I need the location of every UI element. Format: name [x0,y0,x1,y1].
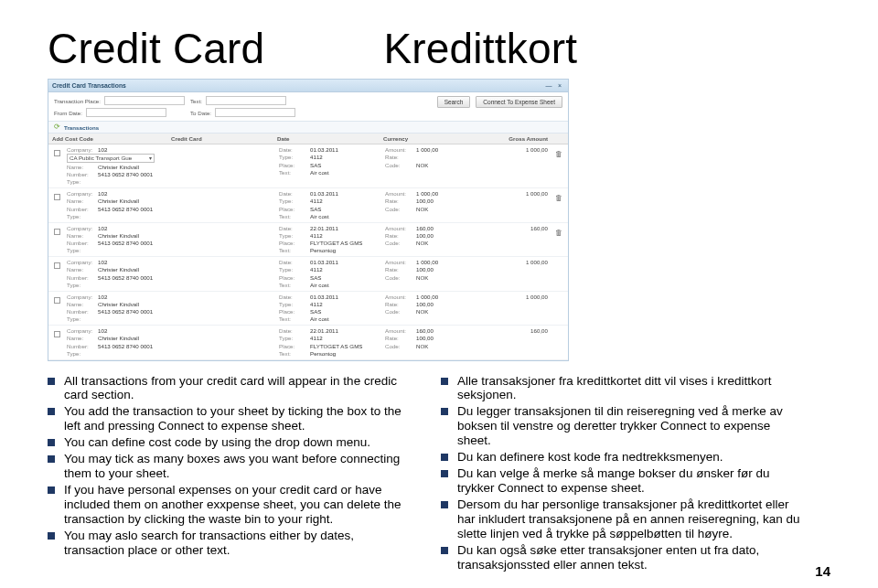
kv-rate: Rate:100,00 [385,301,487,308]
from-date-input[interactable] [86,108,166,117]
bullet-item: You can define cost code by using the dr… [48,435,413,450]
kv-text: Text:Air cost [279,315,381,323]
cost-code-dropdown[interactable]: CA Public Transport Gue▾ [67,154,155,163]
kv-text: Text:Persontog [279,247,381,254]
transaction-list: Company:102CA Public Transport Gue▾Name:… [48,144,568,360]
kv-amount: Amount:1 000,00 [385,146,487,154]
trash-icon[interactable]: 🗑 [553,146,564,186]
kv-type_cc: Type:4112 [279,198,381,205]
titlebar: Credit Card Transactions — × [48,80,568,92]
kv-code: Code:NOK [385,240,487,247]
kv-amount: Amount:1 000,00 [385,190,487,198]
bullet-item: You add the transaction to your sheet by… [48,404,413,433]
bullet-item: You may tick as many boxes aws you want … [48,452,413,481]
add-checkbox[interactable] [54,297,60,304]
trash-icon[interactable]: 🗑 [553,225,564,255]
kv-code: Code:NOK [385,308,487,315]
kv-type_cc: Type:4112 [279,335,381,342]
table-row: Company:102Name:Christer KindvallNumber:… [48,223,568,258]
add-checkbox[interactable] [54,262,60,269]
to-date-input[interactable] [215,108,295,117]
add-checkbox[interactable] [54,150,60,156]
kv-rate: Rate:100,00 [385,335,487,342]
kv-amount: Amount:1 000,00 [385,259,487,266]
gross-amount: 1 000,00 [489,294,553,324]
table-row: Company:102Name:Christer KindvallNumber:… [48,326,568,360]
kv-name: Name:Christer Kindvall [67,198,169,205]
table-row: Company:102Name:Christer KindvallNumber:… [48,292,568,326]
kv-name: Name:Christer Kindvall [67,335,169,342]
kv-type_cost: Type: [67,178,169,186]
trash-icon[interactable]: 🗑 [553,190,564,220]
tab-transactions[interactable]: Transactions [64,124,99,131]
kv-date: Date:22.01.2011 [279,327,381,335]
bullet-item: Dersom du har personlige transaksjoner p… [441,497,807,541]
app-window: Credit Card Transactions — × Transaction… [48,79,569,361]
place-label: Transaction Place: [54,98,101,104]
kv-number: Number:5413 0652 8740 0001 [67,171,169,178]
kv-date: Date:01.03.2011 [279,190,381,198]
kv-date: Date:22.01.2011 [279,225,381,232]
kv-name: Name:Christer Kindvall [67,232,169,240]
kv-text: Text:Air cost [279,213,381,220]
text-label: Text: [190,98,202,104]
search-button[interactable]: Search [437,96,471,108]
page-number: 14 [815,563,830,579]
page-title-no: Kredittkort [383,24,577,73]
bullet-item: Du kan definere kost kode fra nedtrekksm… [441,450,807,465]
place-input[interactable] [104,96,185,105]
bullet-item: You may aslo search for transactions eit… [48,529,413,558]
header-cur: Currency [383,135,489,142]
page-title-en: Credit Card [48,24,264,73]
kv-date: Date:01.03.2011 [279,294,381,301]
table-headers: Add Cost Code Credit Card Date Currency … [48,134,568,144]
trash-icon [553,327,564,358]
text-input[interactable] [206,96,286,105]
kv-number: Number:5413 0652 8740 0001 [67,343,169,350]
bullet-item: If you have personal expenses on your cr… [48,483,413,527]
bullet-item: Alle transaksjoner fra kredittkortet dit… [441,374,807,403]
kv-rate: Rate:100,00 [385,232,487,240]
kv-amount: Amount:160,00 [385,225,487,232]
close-icon[interactable]: × [555,81,564,90]
kv-place: Place:SAS [279,206,381,213]
bullet-item: Du legger transaksjonen til din reisereg… [441,404,807,448]
kv-place: Place:SAS [279,308,381,315]
kv-number: Number:5413 0652 8740 0001 [67,274,169,282]
connect-button[interactable]: Connect To Expense Sheet [476,96,562,108]
kv-type_cost: Type: [67,247,169,254]
kv-type_cc: Type:4112 [279,301,381,308]
kv-text: Text:Air cost [279,282,381,289]
kv-date: Date:01.03.2011 [279,259,381,266]
kv-number: Number:5413 0652 8740 0001 [67,206,169,213]
kv-company: Company:102 [67,327,169,335]
gross-amount: 160,00 [489,327,553,358]
kv-text: Text:Persontog [279,350,381,358]
kv-amount: Amount:1 000,00 [385,294,487,301]
kv-amount: Amount:160,00 [385,327,487,335]
kv-type_cc: Type:4112 [279,232,381,240]
add-checkbox[interactable] [54,229,60,235]
table-row: Company:102Name:Christer KindvallNumber:… [48,257,568,292]
header-cost: Cost Code [65,135,171,142]
bullet-item: Du kan velge å merke så mange bokser du … [441,466,807,496]
kv-type_cost: Type: [67,213,169,220]
kv-name: Name:Christer Kindvall [67,164,169,171]
kv-type_cost: Type: [67,282,169,289]
bullets-en: All transactions from your credit card w… [48,374,413,574]
minimize-icon[interactable]: — [544,81,553,90]
bullet-item: All transactions from your credit card w… [48,374,413,403]
bullet-item: Du kan også søke etter transaksjoner ent… [441,543,807,572]
header-add: Add [48,135,65,142]
kv-code: Code:NOK [385,206,487,213]
add-checkbox[interactable] [54,331,60,337]
kv-rate: Rate:100,00 [385,266,487,273]
refresh-icon[interactable]: ⟳ [54,123,60,131]
kv-code: Code:NOK [385,343,487,350]
kv-type_cost: Type: [67,350,169,358]
kv-type_cc: Type:4112 [279,266,381,273]
to-date-label: To Date: [190,110,211,116]
from-date-label: From Date: [54,110,82,116]
add-checkbox[interactable] [54,194,60,200]
kv-place: Place:FLYTOGET AS GMS [279,343,381,350]
